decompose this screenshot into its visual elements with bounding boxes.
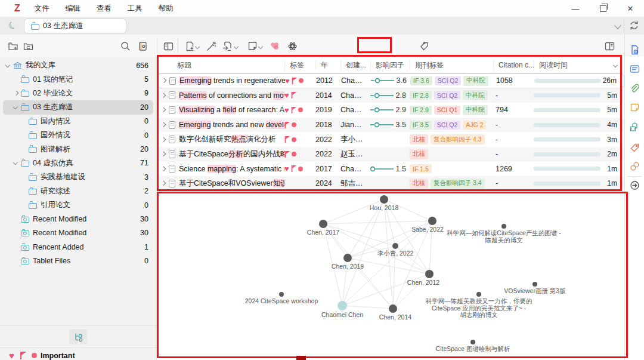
important-tag-label[interactable]: Important — [41, 352, 75, 360]
twisty-icon[interactable] — [12, 159, 20, 167]
restore-button[interactable] — [589, 0, 617, 17]
row-expand-icon[interactable] — [159, 165, 167, 173]
table-row[interactable]: Science mapping: A systematic re♥2017Cha… — [157, 162, 624, 177]
sidebar-item[interactable]: 研究综述2 — [3, 184, 153, 198]
sidebar-item[interactable]: 引用论文0 — [3, 198, 153, 212]
col-citation-count[interactable]: Citation c... — [493, 60, 534, 70]
graph-node-chen2019[interactable] — [343, 254, 352, 262]
add-by-identifier-icon[interactable] — [221, 40, 233, 52]
graph-node-sabe2022[interactable] — [428, 217, 436, 225]
table-row[interactable]: 基于CiteSpace和VOSviewer知识图2024邹吉…北核复合影响因子 … — [157, 176, 624, 191]
add-tag-icon[interactable] — [418, 40, 430, 52]
row-expand-icon[interactable] — [159, 180, 167, 187]
citation-graph[interactable]: Hou, 2018Chen, 2017Sabe, 2022科学网—如何解读Cit… — [157, 192, 628, 358]
magic-wand-icon[interactable] — [205, 40, 217, 52]
toggle-left-pane-icon[interactable] — [162, 40, 174, 52]
graph-node-chen2017[interactable] — [319, 220, 327, 228]
sidebar-item[interactable]: Recent Modified30 — [3, 212, 153, 226]
sidebar-item[interactable]: 图谱解析20 — [3, 142, 153, 156]
sidebar-item[interactable]: Tablet Files0 — [3, 254, 153, 267]
sidebar-item[interactable]: 02 毕业论文9 — [3, 87, 153, 100]
sidebar-item[interactable]: 国外情况0 — [3, 128, 153, 142]
table-row[interactable]: Patterns of connections and move♥2014Cha… — [157, 88, 624, 103]
graph-node-chaomei_chen[interactable] — [338, 301, 347, 310]
new-note-chevron-icon[interactable] — [258, 44, 263, 49]
abstract-icon[interactable] — [629, 63, 640, 75]
sync-icon[interactable] — [628, 20, 640, 31]
new-item-icon[interactable] — [184, 40, 196, 52]
menu-view[interactable]: 查看 — [97, 4, 112, 14]
flag-tag-icon[interactable] — [20, 352, 26, 359]
graph-node-hou2018[interactable] — [380, 195, 388, 204]
menu-help[interactable]: 帮助 — [159, 4, 174, 14]
row-expand-icon[interactable] — [159, 91, 167, 99]
sidebar-item[interactable]: 国内情况0 — [3, 115, 153, 128]
new-item-chevron-icon[interactable] — [195, 44, 200, 49]
graph-node-lixiaoqing2022[interactable] — [392, 243, 398, 249]
col-journal-tags[interactable]: 期刊标签 — [410, 60, 493, 70]
collection-search-icon[interactable] — [119, 40, 131, 52]
graph-node-workshop2024[interactable] — [279, 292, 284, 297]
row-expand-icon[interactable] — [159, 106, 167, 114]
table-row[interactable]: 基于CiteSpace分析的国内外战略环2022赵玉…北核-2m — [157, 147, 624, 162]
sidebar-item[interactable]: Recent Modified30 — [3, 226, 153, 240]
attachment-paperclip-icon[interactable] — [629, 83, 640, 94]
libraries-icon[interactable] — [629, 122, 640, 133]
plugin-blob-icon[interactable] — [268, 40, 280, 52]
close-button[interactable]: ✕ — [617, 0, 644, 17]
table-row[interactable]: Emerging trends in regenerative r♥2012Ch… — [157, 73, 624, 88]
new-collection-icon[interactable] — [7, 40, 19, 52]
library-lookup-icon[interactable] — [137, 40, 148, 52]
sidebar-item[interactable]: 03 生态廊道20 — [3, 100, 153, 114]
col-title[interactable]: 标题 — [157, 60, 284, 70]
tab-list-chevron-icon[interactable] — [614, 22, 621, 29]
column-picker-icon[interactable] — [613, 62, 618, 67]
col-year[interactable]: 年 — [315, 60, 340, 70]
col-tags[interactable]: 标签 — [284, 60, 315, 70]
row-expand-icon[interactable] — [159, 136, 167, 143]
menu-file[interactable]: 文件 — [35, 4, 49, 14]
dark-mode-moon-icon[interactable]: ☾ — [7, 19, 19, 32]
sidebar-item[interactable]: Rencent Added1 — [3, 240, 153, 254]
sidebar-item[interactable]: 01 我的笔记5 — [3, 72, 153, 86]
tag-tree-toggle-button[interactable] — [69, 329, 87, 344]
menu-tools[interactable]: 工具 — [128, 4, 143, 14]
sidebar-item[interactable]: 实践基地建设3 — [3, 170, 153, 184]
locate-icon[interactable] — [629, 180, 640, 191]
tab-active-collection[interactable]: 03 生态廊道 — [24, 19, 126, 33]
add-by-identifier-chevron-icon[interactable] — [234, 44, 239, 49]
gpt-flower-icon[interactable] — [286, 40, 298, 52]
table-row[interactable]: 数字化创新研究热点演化分析2022李小…北核复合影响因子 4.3-3m — [157, 132, 624, 147]
row-expand-icon[interactable] — [160, 77, 168, 85]
col-impact-factor[interactable]: 影响因子 — [370, 60, 410, 70]
col-reading-time[interactable]: 阅读时间 — [539, 60, 568, 70]
table-row[interactable]: Visualizing a field of research: A n♥201… — [157, 103, 624, 118]
graph-node-vosviewer_manual[interactable] — [532, 282, 537, 287]
twisty-icon[interactable] — [4, 61, 12, 69]
twisty-icon[interactable] — [12, 103, 20, 111]
graph-node-kexue_blog2[interactable] — [476, 292, 481, 297]
row-expand-icon[interactable] — [159, 150, 167, 158]
row-expand-icon[interactable] — [159, 121, 167, 129]
citation-graph-panel[interactable]: Hou, 2018Chen, 2017Sabe, 2022科学网—如何解读Cit… — [157, 192, 628, 358]
col-creator[interactable]: 创建... — [340, 60, 370, 70]
graph-node-citespace_guide[interactable] — [470, 340, 475, 344]
twisty-icon[interactable] — [12, 90, 20, 97]
notes-icon[interactable] — [629, 102, 640, 113]
minimize-button[interactable]: — — [562, 0, 589, 17]
heart-tag-icon[interactable]: ♥ — [9, 351, 14, 360]
sidebar-item[interactable]: 我的文库656 — [3, 59, 153, 72]
related-icon[interactable] — [629, 161, 640, 172]
toggle-item-pane-icon[interactable] — [603, 40, 615, 52]
menu-edit[interactable]: 编辑 — [66, 4, 80, 14]
collection-sync-icon[interactable] — [22, 40, 34, 52]
item-info-icon[interactable] — [629, 44, 640, 56]
table-row[interactable]: Emerging trends and new develop2018Jian…… — [157, 118, 624, 133]
graph-node-kexue_blog1[interactable] — [501, 224, 506, 229]
graph-node-chen2012[interactable] — [425, 270, 434, 278]
sidebar-item[interactable]: 04 虚拟仿真71 — [3, 156, 153, 170]
graph-node-chen2014[interactable] — [389, 304, 397, 313]
tags-icon[interactable] — [629, 142, 640, 153]
dot-tag-icon[interactable] — [32, 353, 37, 358]
new-note-icon[interactable] — [246, 40, 258, 52]
